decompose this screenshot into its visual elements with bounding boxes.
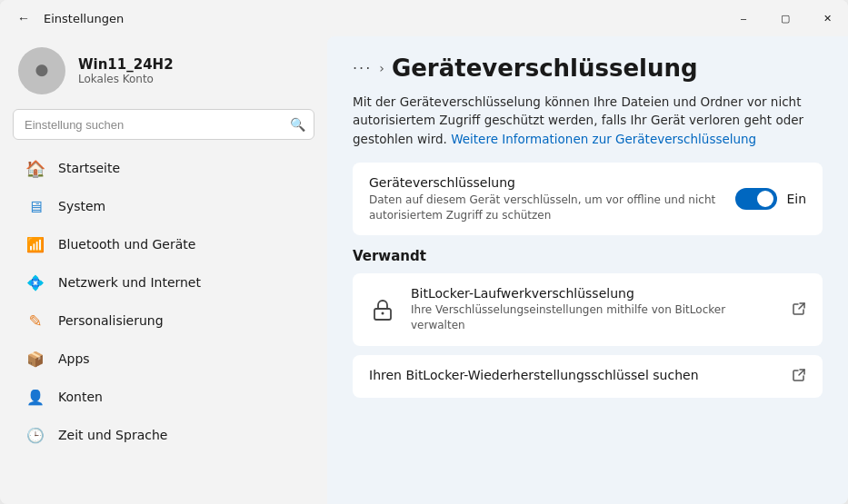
bitlocker-desc: Ihre Verschlüsselungseinstellungen mithi… [411,302,777,333]
encryption-toggle-card: Geräteverschlüsselung Daten auf diesem G… [353,163,823,236]
toggle-title: Geräteverschlüsselung [369,175,721,190]
user-name: Win11_24H2 [78,56,174,73]
bluetooth-icon: 📶 [25,234,45,254]
apps-icon: 📦 [25,349,45,369]
personalisierung-icon: ✎ [25,311,45,331]
nav-label-personalisierung: Personalisierung [58,313,164,328]
recovery-info: Ihren BitLocker-Wiederherstellungsschlüs… [369,368,777,384]
content-area: ··· › Geräteverschlüsselung Mit der Gerä… [327,36,848,504]
sidebar-item-system[interactable]: 🖥 System [7,188,320,224]
nav-label-startseite: Startseite [58,161,120,175]
search-input[interactable] [13,109,314,140]
user-icon: ⚫ [31,56,52,86]
toggle-info: Geräteverschlüsselung Daten auf diesem G… [369,175,721,223]
sidebar-item-zeit[interactable]: 🕒 Zeit und Sprache [7,417,320,453]
nav-label-konten: Konten [58,390,103,404]
titlebar-title: Einstellungen [44,12,124,25]
description: Mit der Geräteverschlüsselung können Ihr… [353,93,823,148]
sidebar-item-startseite[interactable]: 🏠 Startseite [7,150,320,186]
back-button[interactable]: ← [11,5,36,31]
external-link-icon-2 [792,368,806,385]
sidebar: ⚫ Win11_24H2 Lokales Konto 🔍 🏠 Startseit… [0,36,327,504]
sidebar-item-apps[interactable]: 📦 Apps [7,341,320,377]
related-section-title: Verwandt [353,248,823,264]
sidebar-item-personalisierung[interactable]: ✎ Personalisierung [7,302,320,339]
nav-label-system: System [58,199,105,213]
recovery-title: Ihren BitLocker-Wiederherstellungsschlüs… [369,368,777,382]
toggle-row: Geräteverschlüsselung Daten auf diesem G… [369,175,806,223]
house-icon: 🏠 [25,158,45,178]
bitlocker-title: BitLocker-Laufwerkverschlüsselung [411,286,777,301]
toggle-desc: Daten auf diesem Gerät verschlüsseln, um… [369,193,721,223]
window-controls: – ▢ ✕ [723,0,848,36]
system-icon: 🖥 [25,196,45,216]
network-icon: 💠 [25,272,45,292]
close-button[interactable]: ✕ [806,0,848,36]
nav-label-zeit: Zeit und Sprache [58,428,167,442]
bitlocker-icon [369,296,396,323]
nav-label-bluetooth: Bluetooth und Geräte [58,237,195,252]
svg-point-1 [382,312,384,315]
maximize-button[interactable]: ▢ [764,0,806,36]
user-info: Win11_24H2 Lokales Konto [78,56,174,85]
titlebar: ← Einstellungen – ▢ ✕ [0,0,848,36]
search-box: 🔍 [13,109,314,140]
breadcrumb: ··· › Geräteverschlüsselung [353,54,823,82]
toggle-status: Ein [786,192,806,206]
related-card-bitlocker[interactable]: BitLocker-Laufwerkverschlüsselung Ihre V… [353,273,823,346]
sidebar-item-netzwerk[interactable]: 💠 Netzwerk und Internet [7,264,320,301]
external-link-icon [792,301,806,319]
main-layout: ⚫ Win11_24H2 Lokales Konto 🔍 🏠 Startseit… [0,36,848,504]
breadcrumb-arrow: › [379,61,384,75]
minimize-button[interactable]: – [723,0,764,36]
nav-label-apps: Apps [58,351,90,366]
user-section: ⚫ Win11_24H2 Lokales Konto [0,36,327,109]
sidebar-item-konten[interactable]: 👤 Konten [7,379,320,415]
bitlocker-info: BitLocker-Laufwerkverschlüsselung Ihre V… [411,286,777,333]
description-link[interactable]: Weitere Informationen zur Geräteverschlü… [451,132,756,146]
zeit-icon: 🕒 [25,425,45,445]
konten-icon: 👤 [25,387,45,407]
nav-label-netzwerk: Netzwerk und Internet [58,275,201,290]
breadcrumb-dots: ··· [353,60,372,77]
related-card-recovery[interactable]: Ihren BitLocker-Wiederherstellungsschlüs… [353,355,823,398]
toggle-right: Ein [735,188,806,210]
avatar: ⚫ [18,47,65,94]
page-title: Geräteverschlüsselung [392,54,698,82]
encryption-toggle[interactable] [735,188,777,210]
user-type: Lokales Konto [78,73,174,85]
window: ← Einstellungen – ▢ ✕ ⚫ Win11_24H2 Lokal… [0,0,848,504]
sidebar-item-bluetooth[interactable]: 📶 Bluetooth und Geräte [7,226,320,262]
